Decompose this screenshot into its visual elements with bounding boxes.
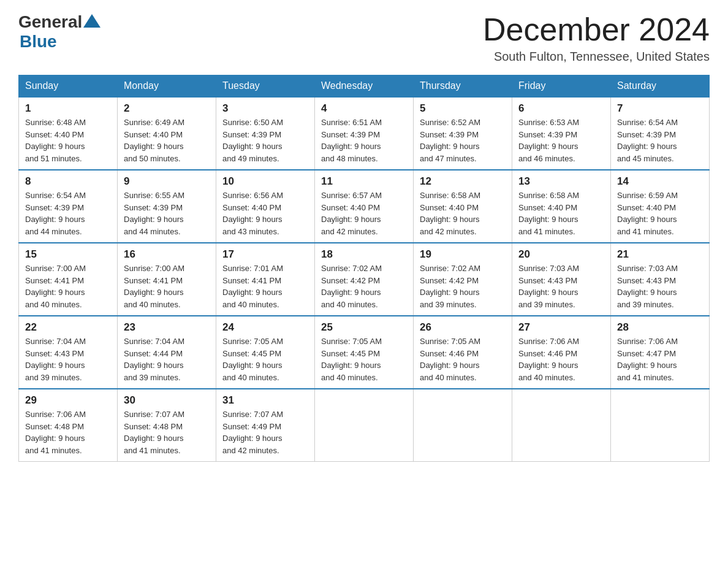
calendar-cell: 31Sunrise: 7:07 AMSunset: 4:49 PMDayligh… [216, 389, 315, 462]
day-number: 7 [617, 102, 703, 115]
logo: General Blue [18, 12, 100, 52]
day-number: 15 [25, 248, 111, 261]
calendar-cell: 12Sunrise: 6:58 AMSunset: 4:40 PMDayligh… [414, 170, 512, 243]
day-info: Sunrise: 6:49 AMSunset: 4:40 PMDaylight:… [124, 117, 210, 164]
calendar-cell: 7Sunrise: 6:54 AMSunset: 4:39 PMDaylight… [611, 97, 710, 170]
day-number: 23 [124, 321, 210, 334]
calendar-cell: 4Sunrise: 6:51 AMSunset: 4:39 PMDaylight… [315, 97, 414, 170]
day-info: Sunrise: 7:01 AMSunset: 4:41 PMDaylight:… [222, 262, 308, 310]
header-right: December 2024 South Fulton, Tennessee, U… [483, 12, 710, 64]
day-info: Sunrise: 7:05 AMSunset: 4:45 PMDaylight:… [222, 335, 308, 383]
calendar-cell: 25Sunrise: 7:05 AMSunset: 4:45 PMDayligh… [315, 316, 414, 389]
day-number: 14 [617, 175, 703, 188]
day-info: Sunrise: 6:55 AMSunset: 4:39 PMDaylight:… [124, 190, 210, 237]
column-header-thursday: Thursday [414, 75, 512, 98]
week-row-2: 8Sunrise: 6:54 AMSunset: 4:39 PMDaylight… [19, 170, 710, 243]
day-info: Sunrise: 7:06 AMSunset: 4:47 PMDaylight:… [617, 335, 703, 383]
day-number: 2 [124, 102, 210, 115]
calendar-cell: 18Sunrise: 7:02 AMSunset: 4:42 PMDayligh… [315, 243, 414, 316]
day-number: 31 [222, 394, 308, 407]
calendar-cell: 27Sunrise: 7:06 AMSunset: 4:46 PMDayligh… [512, 316, 611, 389]
day-number: 27 [518, 321, 604, 334]
day-number: 5 [420, 102, 506, 115]
day-info: Sunrise: 6:48 AMSunset: 4:40 PMDaylight:… [25, 117, 111, 164]
day-number: 17 [222, 248, 308, 261]
column-header-wednesday: Wednesday [315, 75, 414, 98]
day-info: Sunrise: 6:59 AMSunset: 4:40 PMDaylight:… [617, 190, 703, 237]
calendar-cell: 10Sunrise: 6:56 AMSunset: 4:40 PMDayligh… [216, 170, 315, 243]
calendar-cell: 21Sunrise: 7:03 AMSunset: 4:43 PMDayligh… [611, 243, 710, 316]
day-info: Sunrise: 6:56 AMSunset: 4:40 PMDaylight:… [222, 190, 308, 237]
logo-blue-text: Blue [20, 32, 57, 52]
day-number: 30 [124, 394, 210, 407]
column-header-monday: Monday [118, 75, 216, 98]
column-header-tuesday: Tuesday [216, 75, 315, 98]
calendar-cell: 29Sunrise: 7:06 AMSunset: 4:48 PMDayligh… [19, 389, 118, 462]
day-number: 26 [420, 321, 506, 334]
calendar-cell: 23Sunrise: 7:04 AMSunset: 4:44 PMDayligh… [118, 316, 216, 389]
calendar-cell [315, 389, 414, 462]
day-info: Sunrise: 7:06 AMSunset: 4:48 PMDaylight:… [25, 408, 111, 456]
calendar-cell: 24Sunrise: 7:05 AMSunset: 4:45 PMDayligh… [216, 316, 315, 389]
week-row-1: 1Sunrise: 6:48 AMSunset: 4:40 PMDaylight… [19, 97, 710, 170]
logo-general-text: General [18, 12, 82, 32]
day-number: 9 [124, 175, 210, 188]
day-number: 1 [25, 102, 111, 115]
calendar-header-row: SundayMondayTuesdayWednesdayThursdayFrid… [19, 75, 710, 98]
day-info: Sunrise: 7:00 AMSunset: 4:41 PMDaylight:… [124, 262, 210, 310]
calendar-cell: 22Sunrise: 7:04 AMSunset: 4:43 PMDayligh… [19, 316, 118, 389]
day-number: 8 [25, 175, 111, 188]
day-info: Sunrise: 7:07 AMSunset: 4:48 PMDaylight:… [124, 408, 210, 456]
day-info: Sunrise: 6:52 AMSunset: 4:39 PMDaylight:… [420, 117, 506, 164]
calendar-cell [414, 389, 512, 462]
column-header-sunday: Sunday [19, 75, 118, 98]
calendar-cell: 30Sunrise: 7:07 AMSunset: 4:48 PMDayligh… [118, 389, 216, 462]
day-info: Sunrise: 7:05 AMSunset: 4:46 PMDaylight:… [420, 335, 506, 383]
calendar-cell [611, 389, 710, 462]
day-number: 11 [321, 175, 407, 188]
day-number: 21 [617, 248, 703, 261]
day-number: 19 [420, 248, 506, 261]
day-info: Sunrise: 7:03 AMSunset: 4:43 PMDaylight:… [518, 262, 604, 310]
day-number: 4 [321, 102, 407, 115]
day-info: Sunrise: 7:02 AMSunset: 4:42 PMDaylight:… [420, 262, 506, 310]
calendar-cell: 16Sunrise: 7:00 AMSunset: 4:41 PMDayligh… [118, 243, 216, 316]
calendar-cell: 26Sunrise: 7:05 AMSunset: 4:46 PMDayligh… [414, 316, 512, 389]
day-info: Sunrise: 7:07 AMSunset: 4:49 PMDaylight:… [222, 408, 308, 456]
day-number: 6 [518, 102, 604, 115]
day-number: 29 [25, 394, 111, 407]
calendar-cell: 1Sunrise: 6:48 AMSunset: 4:40 PMDaylight… [19, 97, 118, 170]
calendar-cell: 28Sunrise: 7:06 AMSunset: 4:47 PMDayligh… [611, 316, 710, 389]
day-info: Sunrise: 7:02 AMSunset: 4:42 PMDaylight:… [321, 262, 407, 310]
calendar-table: SundayMondayTuesdayWednesdayThursdayFrid… [18, 75, 710, 462]
day-number: 16 [124, 248, 210, 261]
day-info: Sunrise: 6:58 AMSunset: 4:40 PMDaylight:… [518, 190, 604, 237]
calendar-cell: 17Sunrise: 7:01 AMSunset: 4:41 PMDayligh… [216, 243, 315, 316]
calendar-cell: 8Sunrise: 6:54 AMSunset: 4:39 PMDaylight… [19, 170, 118, 243]
day-info: Sunrise: 6:53 AMSunset: 4:39 PMDaylight:… [518, 117, 604, 164]
calendar-cell: 13Sunrise: 6:58 AMSunset: 4:40 PMDayligh… [512, 170, 611, 243]
day-info: Sunrise: 7:03 AMSunset: 4:43 PMDaylight:… [617, 262, 703, 310]
calendar-cell: 20Sunrise: 7:03 AMSunset: 4:43 PMDayligh… [512, 243, 611, 316]
logo-triangle-icon [83, 14, 100, 28]
day-number: 24 [222, 321, 308, 334]
day-info: Sunrise: 7:04 AMSunset: 4:43 PMDaylight:… [25, 335, 111, 383]
day-info: Sunrise: 7:00 AMSunset: 4:41 PMDaylight:… [25, 262, 111, 310]
calendar-cell: 11Sunrise: 6:57 AMSunset: 4:40 PMDayligh… [315, 170, 414, 243]
week-row-3: 15Sunrise: 7:00 AMSunset: 4:41 PMDayligh… [19, 243, 710, 316]
calendar-cell: 19Sunrise: 7:02 AMSunset: 4:42 PMDayligh… [414, 243, 512, 316]
calendar-cell: 5Sunrise: 6:52 AMSunset: 4:39 PMDaylight… [414, 97, 512, 170]
column-header-friday: Friday [512, 75, 611, 98]
calendar-cell: 9Sunrise: 6:55 AMSunset: 4:39 PMDaylight… [118, 170, 216, 243]
calendar-cell: 14Sunrise: 6:59 AMSunset: 4:40 PMDayligh… [611, 170, 710, 243]
day-info: Sunrise: 6:54 AMSunset: 4:39 PMDaylight:… [25, 190, 111, 237]
calendar-subtitle: South Fulton, Tennessee, United States [483, 50, 710, 64]
day-number: 25 [321, 321, 407, 334]
calendar-cell: 2Sunrise: 6:49 AMSunset: 4:40 PMDaylight… [118, 97, 216, 170]
page-header: General Blue December 2024 South Fulton,… [18, 12, 710, 64]
calendar-title: December 2024 [483, 12, 710, 47]
day-info: Sunrise: 7:04 AMSunset: 4:44 PMDaylight:… [124, 335, 210, 383]
day-number: 13 [518, 175, 604, 188]
day-info: Sunrise: 6:57 AMSunset: 4:40 PMDaylight:… [321, 190, 407, 237]
day-number: 12 [420, 175, 506, 188]
